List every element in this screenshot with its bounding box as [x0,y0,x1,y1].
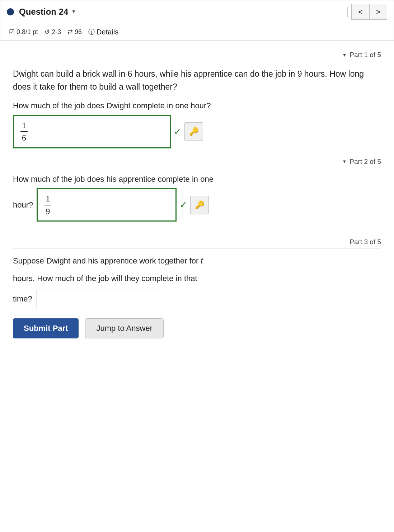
part2-question-wrap: How much of the job does his apprentice … [13,175,381,228]
part3-line2: hours. How much of the job will they com… [13,274,197,283]
part1-fraction: 1 6 [20,120,28,143]
part3-question-text: Suppose Dwight and his apprentice work t… [13,255,381,267]
score-icon: ☑ [9,28,15,36]
part3-time-label: time? [13,294,32,304]
part2-question-prefix: How much of the job does his apprentice … [13,175,381,184]
prev-button[interactable]: < [351,4,369,20]
details-link[interactable]: Details [97,28,118,36]
part2-triangle-icon: ▼ [342,159,347,164]
info-icon: ⓘ [88,28,95,36]
attempts-item: ↺ 2-3 [44,28,61,36]
attempts-icon: ↺ [44,28,50,36]
next-button[interactable]: > [369,4,387,20]
submit-part-button[interactable]: Submit Part [13,318,79,338]
part1-divider [13,61,381,61]
part3-line1: Suppose Dwight and his apprentice work t… [13,256,198,265]
part3-header: Part 3 of 5 [13,234,381,248]
part3-divider [13,248,381,248]
top-bar: Question 24 ▼ < > [0,0,394,23]
part3-section: Suppose Dwight and his apprentice work t… [13,255,381,338]
button-row: Submit Part Jump to Answer [13,318,381,338]
refresh-count: 96 [75,28,82,36]
part2-check-icon: ✓ [179,199,187,210]
part1-denominator: 6 [20,132,28,143]
part2-header: ▼ Part 2 of 5 [13,154,381,168]
part3-answer-input[interactable] [37,290,162,308]
part1-answer-row: 1 6 ✓ 🔑 [13,115,381,148]
nav-buttons: < > [351,4,387,20]
score-item: ☑ 0.8/1 pt [9,28,38,36]
part2-hour-label: hour? [13,200,33,210]
part3-input-row: time? [13,290,381,308]
part2-key-icon: 🔑 [195,200,205,210]
part1-header: ▼ Part 1 of 5 [13,47,381,61]
part2-denominator: 9 [44,205,51,217]
part1-sub-question: How much of the job does Dwight complete… [13,101,381,110]
part2-answer-box: 1 9 [37,188,177,222]
part3-question-text2: hours. How much of the job will they com… [13,272,381,285]
part2-content: How much of the job does his apprentice … [13,175,381,228]
part1-triangle-icon: ▼ [342,52,347,58]
refresh-item: ⇄ 96 [67,28,82,36]
refresh-icon: ⇄ [67,28,73,36]
part2-key-button[interactable]: 🔑 [190,196,209,214]
chevron-down-icon: ▼ [71,9,76,15]
part2-fraction: 1 9 [44,194,51,217]
part1-answer-box: 1 6 [13,115,171,148]
part1-question-text: Dwight can build a brick wall in 6 hours… [13,68,381,93]
part1-label: Part 1 of 5 [350,51,381,59]
part2-numerator: 1 [44,194,51,205]
part1-numerator: 1 [20,120,28,132]
question-selector[interactable]: Question 24 ▼ [7,7,348,17]
part1-check-icon: ✓ [174,126,182,137]
meta-bar: ☑ 0.8/1 pt ↺ 2-3 ⇄ 96 ⓘ Details [0,23,394,41]
question-label: Question 24 [19,7,68,17]
details-item[interactable]: ⓘ Details [88,28,118,36]
part3-italic-t: t [201,256,203,265]
question-dot-icon [7,8,14,15]
score-value: 0.8/1 pt [17,28,38,36]
part2-label: Part 2 of 5 [350,158,381,166]
part1-key-icon: 🔑 [189,127,199,136]
part2-divider [13,168,381,168]
jump-to-answer-button[interactable]: Jump to Answer [85,318,164,338]
part2-answer-row: hour? 1 9 ✓ 🔑 [13,188,381,222]
part3-label: Part 3 of 5 [350,238,381,246]
attempts-value: 2-3 [52,28,61,36]
part1-key-button[interactable]: 🔑 [184,122,203,141]
main-content: ▼ Part 1 of 5 Dwight can build a brick w… [0,41,394,351]
